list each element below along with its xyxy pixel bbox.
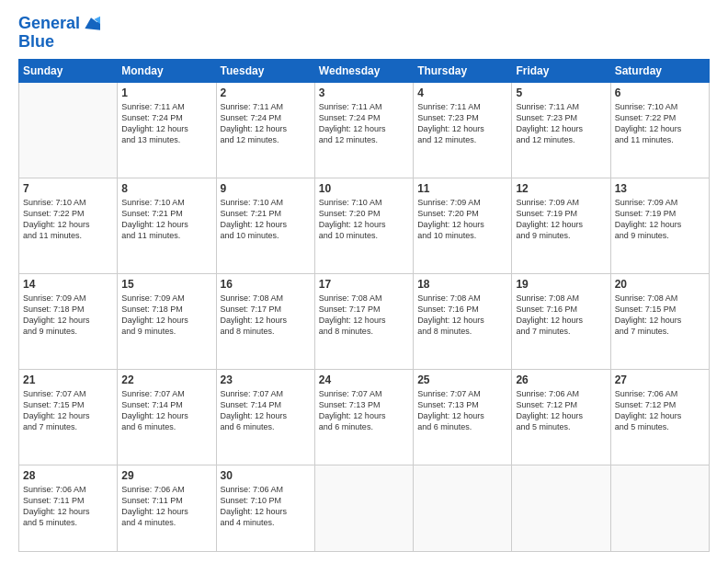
day-info: Sunrise: 7:06 AM Sunset: 7:10 PM Dayligh…	[221, 484, 311, 529]
calendar-week-row: 21Sunrise: 7:07 AM Sunset: 7:15 PM Dayli…	[19, 369, 710, 465]
calendar-day-cell: 28Sunrise: 7:06 AM Sunset: 7:11 PM Dayli…	[19, 465, 118, 552]
calendar-day-cell: 16Sunrise: 7:08 AM Sunset: 7:17 PM Dayli…	[216, 273, 314, 369]
day-number: 19	[516, 278, 606, 291]
day-number: 5	[516, 86, 606, 99]
weekday-header: Sunday	[19, 60, 118, 83]
day-info: Sunrise: 7:09 AM Sunset: 7:18 PM Dayligh…	[121, 293, 211, 338]
day-info: Sunrise: 7:07 AM Sunset: 7:15 PM Dayligh…	[23, 388, 113, 433]
calendar-day-cell	[512, 465, 610, 552]
day-number: 14	[23, 278, 113, 291]
calendar-day-cell: 4Sunrise: 7:11 AM Sunset: 7:23 PM Daylig…	[414, 83, 512, 178]
day-info: Sunrise: 7:09 AM Sunset: 7:20 PM Dayligh…	[417, 197, 507, 242]
day-number: 23	[221, 373, 311, 386]
calendar-day-cell: 19Sunrise: 7:08 AM Sunset: 7:16 PM Dayli…	[512, 273, 610, 369]
calendar-day-cell: 14Sunrise: 7:09 AM Sunset: 7:18 PM Dayli…	[19, 273, 118, 369]
day-number: 9	[221, 182, 311, 195]
day-info: Sunrise: 7:08 AM Sunset: 7:17 PM Dayligh…	[221, 293, 311, 338]
calendar-header-row: SundayMondayTuesdayWednesdayThursdayFrid…	[19, 60, 710, 83]
day-info: Sunrise: 7:08 AM Sunset: 7:15 PM Dayligh…	[615, 293, 705, 338]
logo-text: General	[18, 15, 80, 33]
day-number: 11	[417, 182, 507, 195]
day-number: 15	[121, 278, 211, 291]
day-number: 6	[615, 86, 705, 99]
calendar-day-cell: 13Sunrise: 7:09 AM Sunset: 7:19 PM Dayli…	[610, 178, 709, 273]
day-number: 2	[221, 86, 311, 99]
logo-icon	[82, 15, 100, 33]
calendar-day-cell: 1Sunrise: 7:11 AM Sunset: 7:24 PM Daylig…	[118, 83, 216, 178]
day-info: Sunrise: 7:11 AM Sunset: 7:23 PM Dayligh…	[516, 101, 606, 146]
day-number: 22	[121, 373, 211, 386]
day-info: Sunrise: 7:10 AM Sunset: 7:22 PM Dayligh…	[23, 197, 113, 242]
day-number: 3	[319, 86, 409, 99]
weekday-header: Monday	[118, 60, 216, 83]
day-info: Sunrise: 7:11 AM Sunset: 7:23 PM Dayligh…	[417, 101, 507, 146]
day-number: 8	[121, 182, 211, 195]
calendar-day-cell: 30Sunrise: 7:06 AM Sunset: 7:10 PM Dayli…	[216, 465, 314, 552]
weekday-header: Saturday	[610, 60, 709, 83]
day-number: 29	[121, 469, 211, 482]
day-info: Sunrise: 7:09 AM Sunset: 7:19 PM Dayligh…	[615, 197, 705, 242]
calendar-day-cell: 2Sunrise: 7:11 AM Sunset: 7:24 PM Daylig…	[216, 83, 314, 178]
weekday-header: Thursday	[414, 60, 512, 83]
day-info: Sunrise: 7:10 AM Sunset: 7:20 PM Dayligh…	[319, 197, 409, 242]
day-info: Sunrise: 7:11 AM Sunset: 7:24 PM Dayligh…	[221, 101, 311, 146]
day-number: 16	[221, 278, 311, 291]
calendar-week-row: 28Sunrise: 7:06 AM Sunset: 7:11 PM Dayli…	[19, 465, 710, 552]
day-number: 10	[319, 182, 409, 195]
calendar-day-cell: 29Sunrise: 7:06 AM Sunset: 7:11 PM Dayli…	[118, 465, 216, 552]
calendar-day-cell: 23Sunrise: 7:07 AM Sunset: 7:14 PM Dayli…	[216, 369, 314, 465]
calendar-table: SundayMondayTuesdayWednesdayThursdayFrid…	[18, 59, 710, 552]
calendar-day-cell	[19, 83, 118, 178]
day-number: 20	[615, 278, 705, 291]
day-info: Sunrise: 7:10 AM Sunset: 7:21 PM Dayligh…	[221, 197, 311, 242]
day-number: 21	[23, 373, 113, 386]
calendar-day-cell: 21Sunrise: 7:07 AM Sunset: 7:15 PM Dayli…	[19, 369, 118, 465]
calendar-day-cell: 12Sunrise: 7:09 AM Sunset: 7:19 PM Dayli…	[512, 178, 610, 273]
day-number: 12	[516, 182, 606, 195]
day-info: Sunrise: 7:10 AM Sunset: 7:21 PM Dayligh…	[121, 197, 211, 242]
day-info: Sunrise: 7:07 AM Sunset: 7:14 PM Dayligh…	[121, 388, 211, 433]
calendar-day-cell: 10Sunrise: 7:10 AM Sunset: 7:20 PM Dayli…	[314, 178, 413, 273]
day-info: Sunrise: 7:09 AM Sunset: 7:18 PM Dayligh…	[23, 293, 113, 338]
day-number: 13	[615, 182, 705, 195]
day-info: Sunrise: 7:08 AM Sunset: 7:16 PM Dayligh…	[516, 293, 606, 338]
day-info: Sunrise: 7:06 AM Sunset: 7:12 PM Dayligh…	[516, 388, 606, 433]
weekday-header: Friday	[512, 60, 610, 83]
calendar-day-cell: 5Sunrise: 7:11 AM Sunset: 7:23 PM Daylig…	[512, 83, 610, 178]
day-info: Sunrise: 7:08 AM Sunset: 7:16 PM Dayligh…	[417, 293, 507, 338]
day-number: 27	[615, 373, 705, 386]
calendar-day-cell: 27Sunrise: 7:06 AM Sunset: 7:12 PM Dayli…	[610, 369, 709, 465]
calendar-day-cell: 6Sunrise: 7:10 AM Sunset: 7:22 PM Daylig…	[610, 83, 709, 178]
calendar-day-cell: 17Sunrise: 7:08 AM Sunset: 7:17 PM Dayli…	[314, 273, 413, 369]
day-number: 25	[417, 373, 507, 386]
calendar-week-row: 14Sunrise: 7:09 AM Sunset: 7:18 PM Dayli…	[19, 273, 710, 369]
calendar-day-cell	[414, 465, 512, 552]
day-info: Sunrise: 7:06 AM Sunset: 7:11 PM Dayligh…	[23, 484, 113, 529]
day-info: Sunrise: 7:10 AM Sunset: 7:22 PM Dayligh…	[615, 101, 705, 146]
calendar-week-row: 7Sunrise: 7:10 AM Sunset: 7:22 PM Daylig…	[19, 178, 710, 273]
day-number: 1	[121, 86, 211, 99]
day-info: Sunrise: 7:08 AM Sunset: 7:17 PM Dayligh…	[319, 293, 409, 338]
day-info: Sunrise: 7:07 AM Sunset: 7:13 PM Dayligh…	[319, 388, 409, 433]
logo-blue: Blue	[18, 33, 100, 50]
calendar-day-cell: 9Sunrise: 7:10 AM Sunset: 7:21 PM Daylig…	[216, 178, 314, 273]
day-info: Sunrise: 7:11 AM Sunset: 7:24 PM Dayligh…	[319, 101, 409, 146]
calendar-day-cell: 3Sunrise: 7:11 AM Sunset: 7:24 PM Daylig…	[314, 83, 413, 178]
calendar-day-cell: 24Sunrise: 7:07 AM Sunset: 7:13 PM Dayli…	[314, 369, 413, 465]
calendar-day-cell: 15Sunrise: 7:09 AM Sunset: 7:18 PM Dayli…	[118, 273, 216, 369]
day-info: Sunrise: 7:11 AM Sunset: 7:24 PM Dayligh…	[121, 101, 211, 146]
calendar-week-row: 1Sunrise: 7:11 AM Sunset: 7:24 PM Daylig…	[19, 83, 710, 178]
day-number: 26	[516, 373, 606, 386]
calendar-day-cell	[314, 465, 413, 552]
day-info: Sunrise: 7:09 AM Sunset: 7:19 PM Dayligh…	[516, 197, 606, 242]
page-header: General Blue	[18, 15, 710, 50]
calendar-day-cell: 8Sunrise: 7:10 AM Sunset: 7:21 PM Daylig…	[118, 178, 216, 273]
calendar-day-cell: 22Sunrise: 7:07 AM Sunset: 7:14 PM Dayli…	[118, 369, 216, 465]
weekday-header: Wednesday	[314, 60, 413, 83]
calendar-day-cell: 20Sunrise: 7:08 AM Sunset: 7:15 PM Dayli…	[610, 273, 709, 369]
day-info: Sunrise: 7:07 AM Sunset: 7:13 PM Dayligh…	[417, 388, 507, 433]
day-number: 4	[417, 86, 507, 99]
day-number: 18	[417, 278, 507, 291]
calendar-day-cell: 26Sunrise: 7:06 AM Sunset: 7:12 PM Dayli…	[512, 369, 610, 465]
calendar-day-cell: 18Sunrise: 7:08 AM Sunset: 7:16 PM Dayli…	[414, 273, 512, 369]
